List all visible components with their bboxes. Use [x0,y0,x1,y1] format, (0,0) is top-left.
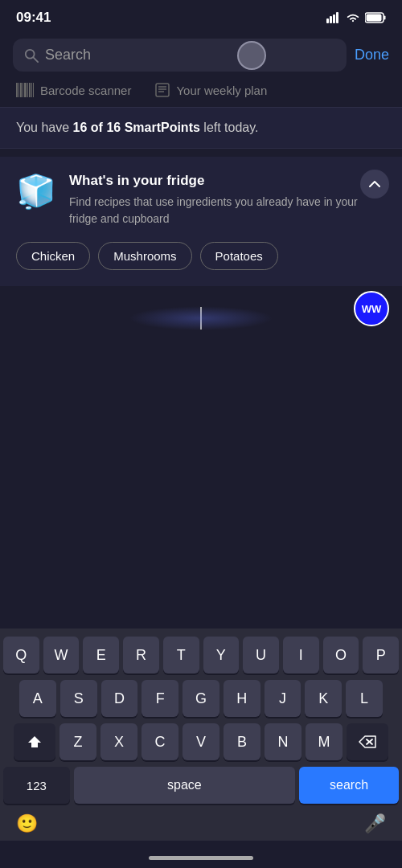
search-placeholder: Search [45,47,91,63]
svg-rect-1 [330,16,332,23]
key-j[interactable]: J [265,680,302,717]
key-f[interactable]: F [142,680,178,717]
key-p[interactable]: P [363,637,399,674]
key-e[interactable]: E [83,637,119,674]
keyboard-row-1: Q W E R T Y U I O P [3,637,399,674]
barcode-icon [16,83,34,97]
smartpoints-text: You have 16 of 16 SmartPoints left today… [16,121,259,134]
fridge-card: 🧊 What's in your fridge Find recipes tha… [0,157,402,286]
key-c[interactable]: C [142,723,178,760]
key-x[interactable]: X [100,723,137,760]
svg-rect-12 [23,83,23,97]
svg-rect-2 [333,14,335,23]
key-shift[interactable] [14,723,55,760]
key-space[interactable]: space [74,767,295,804]
chevron-up-icon [369,180,380,188]
svg-rect-16 [31,83,32,97]
time-display: 09:41 [16,10,51,26]
fridge-icon: 🧊 [16,173,56,211]
fridge-description: Find recipes that use ingredients you al… [69,194,386,227]
key-a[interactable]: A [19,680,56,717]
chip-chicken[interactable]: Chicken [16,242,90,270]
key-numbers[interactable]: 123 [3,767,70,804]
shift-icon [27,735,42,749]
keyboard-row-4: 123 space search [3,767,399,804]
key-g[interactable]: G [183,680,219,717]
wifi-icon [346,12,360,23]
key-o[interactable]: O [323,637,359,674]
key-i[interactable]: I [283,637,319,674]
svg-rect-3 [336,12,338,23]
chip-potatoes[interactable]: Potatoes [200,242,278,270]
text-cursor [200,307,202,330]
svg-point-7 [26,49,35,58]
keyboard: Q W E R T Y U I O P A S D F G H J K L Z … [0,628,402,841]
key-s[interactable]: S [60,680,97,717]
search-icon [24,48,39,63]
smartpoints-value: 16 of 16 SmartPoints [73,121,200,134]
svg-rect-0 [326,18,329,23]
backspace-icon [359,735,376,748]
chip-mushrooms[interactable]: Mushrooms [98,242,191,270]
signal-icon [326,12,341,23]
svg-rect-17 [33,83,34,97]
fridge-header: 🧊 What's in your fridge Find recipes tha… [16,173,386,227]
svg-rect-18 [156,84,169,96]
key-t[interactable]: T [163,637,199,674]
search-input-wrapper[interactable]: Search [13,39,347,72]
battery-icon [365,12,386,23]
done-button[interactable]: Done [355,47,389,63]
ww-badge-text: WW [362,303,382,315]
home-indicator [149,856,253,860]
fridge-title: What's in your fridge [69,173,386,189]
key-r[interactable]: R [123,637,159,674]
ww-badge[interactable]: WW [354,291,389,326]
smartpoints-banner: You have 16 of 16 SmartPoints left today… [0,107,402,149]
barcode-label: Barcode scanner [40,84,131,97]
weekly-plan-nav[interactable]: Your weekly plan [155,83,267,97]
key-b[interactable]: B [224,723,260,760]
key-u[interactable]: U [243,637,279,674]
svg-rect-5 [384,16,386,20]
key-v[interactable]: V [183,723,219,760]
key-backspace[interactable] [347,723,388,760]
key-m[interactable]: M [306,723,343,760]
svg-rect-13 [24,83,27,97]
svg-rect-9 [16,83,18,97]
key-d[interactable]: D [101,680,138,717]
ingredient-chips: Chicken Mushrooms Potatoes [16,242,386,270]
typing-area[interactable] [0,286,402,350]
svg-rect-10 [18,83,19,97]
keyboard-row-3: Z X C V B N M [3,723,399,760]
weekly-plan-label: Your weekly plan [176,84,267,97]
svg-rect-11 [20,83,22,97]
svg-rect-14 [27,83,28,97]
svg-rect-6 [367,14,382,22]
fridge-text: What's in your fridge Find recipes that … [69,173,386,227]
search-bar-container: Search Done [0,32,402,78]
svg-rect-15 [29,83,31,97]
key-y[interactable]: Y [203,637,240,674]
key-k[interactable]: K [305,680,342,717]
key-search[interactable]: search [299,767,399,804]
cursor-indicator [237,41,266,70]
key-n[interactable]: N [265,723,302,760]
key-l[interactable]: L [346,680,383,717]
emoji-button[interactable]: 🙂 [16,813,38,834]
status-icons [326,12,386,23]
weekly-plan-icon [155,83,170,97]
keyboard-row-2: A S D F G H J K L [3,680,399,717]
key-z[interactable]: Z [59,723,96,760]
svg-marker-22 [28,736,41,747]
barcode-scanner-nav[interactable]: Barcode scanner [16,83,131,97]
emoji-row: 🙂 🎤 [3,810,399,836]
key-h[interactable]: H [224,680,260,717]
microphone-button[interactable]: 🎤 [364,813,386,834]
svg-line-8 [34,57,38,61]
collapse-button[interactable] [360,170,389,199]
status-bar: 09:41 [0,0,402,32]
key-w[interactable]: W [43,637,80,674]
nav-row: Barcode scanner Your weekly plan [0,78,402,107]
key-q[interactable]: Q [3,637,39,674]
